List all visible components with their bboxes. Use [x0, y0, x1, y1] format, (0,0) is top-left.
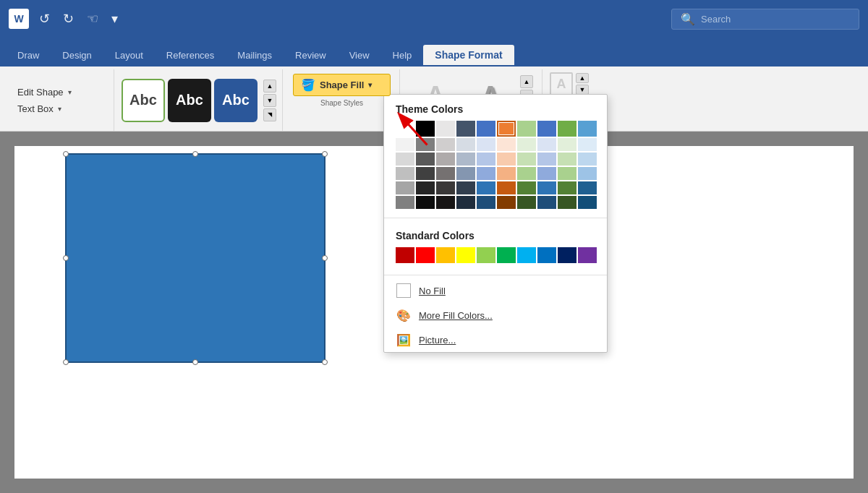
standard-color-cell[interactable] — [456, 247, 475, 263]
edit-shape-control[interactable]: Edit Shape ▾ — [14, 85, 105, 99]
shade-color-cell[interactable] — [416, 138, 435, 151]
shade-color-cell[interactable] — [517, 138, 536, 151]
shade-color-cell[interactable] — [416, 153, 435, 166]
scroll-expand-arrow[interactable]: ◥ — [263, 108, 276, 121]
handle-bl[interactable] — [63, 359, 69, 365]
tab-draw[interactable]: Draw — [6, 46, 51, 67]
shade-color-cell[interactable] — [456, 196, 475, 209]
shade-color-cell[interactable] — [436, 181, 455, 194]
handle-ml[interactable] — [63, 255, 69, 261]
shade-color-cell[interactable] — [578, 153, 597, 166]
shape-swatch-blue[interactable]: Abc — [214, 79, 258, 122]
shade-color-cell[interactable] — [558, 153, 576, 166]
shade-color-cell[interactable] — [396, 153, 414, 166]
more-fill-option[interactable]: 🎨 More Fill Colors... — [384, 303, 607, 327]
handle-tm[interactable] — [192, 151, 198, 157]
theme-color-cell[interactable] — [396, 121, 414, 137]
search-box[interactable]: 🔍 — [671, 9, 859, 30]
shade-color-cell[interactable] — [517, 167, 536, 180]
scroll-down-arrow[interactable]: ▼ — [263, 94, 276, 107]
shade-color-cell[interactable] — [497, 196, 516, 209]
wordart-scroll-up[interactable]: ▲ — [520, 75, 533, 88]
shade-color-cell[interactable] — [578, 138, 597, 151]
text-scroll-up[interactable]: ▲ — [576, 73, 589, 83]
shade-color-cell[interactable] — [517, 196, 536, 209]
shade-color-cell[interactable] — [396, 138, 414, 151]
shade-color-cell[interactable] — [436, 153, 455, 166]
theme-color-cell[interactable] — [477, 121, 495, 137]
tab-layout[interactable]: Layout — [103, 46, 155, 67]
standard-color-cell[interactable] — [436, 247, 455, 263]
theme-color-cell[interactable] — [537, 121, 556, 137]
handle-tl[interactable] — [63, 151, 69, 157]
shade-color-cell[interactable] — [497, 181, 516, 194]
shade-color-cell[interactable] — [578, 167, 597, 180]
handle-tr[interactable] — [322, 151, 328, 157]
handle-br[interactable] — [322, 359, 328, 365]
tab-help[interactable]: Help — [381, 46, 424, 67]
shade-color-cell[interactable] — [537, 196, 556, 209]
shape-swatch-outlined[interactable]: Abc — [122, 79, 165, 122]
shade-color-cell[interactable] — [537, 167, 556, 180]
tab-view[interactable]: View — [338, 46, 381, 67]
shade-color-cell[interactable] — [416, 196, 435, 209]
shade-color-cell[interactable] — [396, 181, 414, 194]
touch-button[interactable]: ☜ — [82, 9, 103, 28]
shade-color-cell[interactable] — [578, 196, 597, 209]
tab-references[interactable]: References — [155, 46, 226, 67]
blue-text-box-shape[interactable] — [65, 153, 326, 363]
standard-color-cell[interactable] — [537, 247, 556, 263]
theme-color-cell[interactable] — [497, 121, 516, 137]
standard-color-cell[interactable] — [477, 247, 495, 263]
undo-button[interactable]: ↺ — [35, 9, 54, 28]
shade-color-cell[interactable] — [477, 181, 495, 194]
shade-color-cell[interactable] — [558, 138, 576, 151]
shade-color-cell[interactable] — [477, 167, 495, 180]
shade-color-cell[interactable] — [456, 138, 475, 151]
tab-mailings[interactable]: Mailings — [226, 46, 284, 67]
search-input[interactable] — [701, 14, 850, 25]
no-fill-option[interactable]: No Fill — [384, 278, 607, 303]
shade-color-cell[interactable] — [416, 167, 435, 180]
shade-color-cell[interactable] — [537, 138, 556, 151]
handle-mr[interactable] — [322, 255, 328, 261]
shape-swatch-black[interactable]: Abc — [168, 79, 211, 122]
theme-color-cell[interactable] — [436, 121, 455, 137]
tab-design[interactable]: Design — [51, 46, 103, 67]
standard-color-cell[interactable] — [517, 247, 536, 263]
theme-color-cell[interactable] — [416, 121, 435, 137]
shade-color-cell[interactable] — [436, 167, 455, 180]
shade-color-cell[interactable] — [456, 153, 475, 166]
tab-review[interactable]: Review — [284, 46, 338, 67]
text-box-control[interactable]: Text Box ▾ — [14, 102, 105, 116]
shade-color-cell[interactable] — [537, 181, 556, 194]
scroll-up-arrow[interactable]: ▲ — [263, 80, 276, 93]
shade-color-cell[interactable] — [477, 138, 495, 151]
customize-button[interactable]: ▾ — [107, 9, 122, 28]
shade-color-cell[interactable] — [497, 167, 516, 180]
tab-shape-format[interactable]: Shape Format — [423, 45, 514, 67]
text-scroll-down[interactable]: ▼ — [576, 85, 589, 95]
shade-color-cell[interactable] — [477, 153, 495, 166]
handle-bm[interactable] — [192, 359, 198, 365]
standard-color-cell[interactable] — [416, 247, 435, 263]
shade-color-cell[interactable] — [396, 167, 414, 180]
shade-color-cell[interactable] — [456, 167, 475, 180]
shade-color-cell[interactable] — [416, 181, 435, 194]
shade-color-cell[interactable] — [497, 153, 516, 166]
theme-color-cell[interactable] — [456, 121, 475, 137]
shade-color-cell[interactable] — [477, 196, 495, 209]
shade-color-cell[interactable] — [537, 153, 556, 166]
shade-color-cell[interactable] — [396, 196, 414, 209]
shade-color-cell[interactable] — [517, 181, 536, 194]
shade-color-cell[interactable] — [436, 196, 455, 209]
shade-color-cell[interactable] — [456, 181, 475, 194]
theme-color-cell[interactable] — [578, 121, 597, 137]
shade-color-cell[interactable] — [497, 138, 516, 151]
standard-color-cell[interactable] — [558, 247, 576, 263]
standard-color-cell[interactable] — [497, 247, 516, 263]
shade-color-cell[interactable] — [578, 181, 597, 194]
theme-color-cell[interactable] — [558, 121, 576, 137]
text-outline-button[interactable]: A — [550, 72, 573, 95]
picture-option[interactable]: 🖼️ Picture... — [384, 327, 607, 352]
